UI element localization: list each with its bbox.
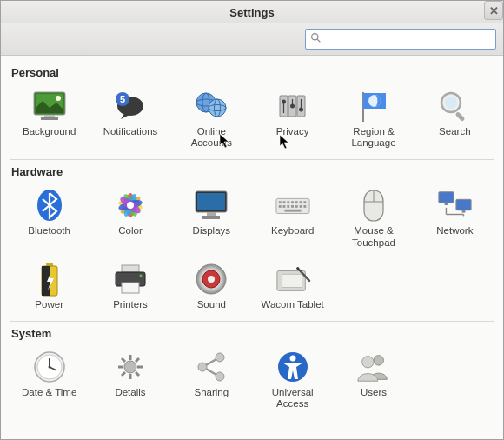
- power-icon: [31, 261, 68, 297]
- item-universal-access[interactable]: Universal Access: [253, 343, 332, 415]
- cursor-icon: [279, 134, 291, 150]
- wacom-icon: [275, 261, 311, 297]
- svg-point-4: [56, 96, 61, 101]
- svg-point-75: [139, 274, 142, 277]
- item-sound[interactable]: Sound: [172, 256, 251, 316]
- search-input[interactable]: [305, 29, 496, 50]
- users-icon: [355, 349, 392, 385]
- svg-rect-42: [207, 212, 216, 216]
- svg-rect-45: [278, 202, 281, 204]
- svg-rect-56: [295, 205, 298, 208]
- svg-rect-74: [122, 283, 139, 293]
- displays-icon: [193, 187, 229, 223]
- svg-point-98: [216, 353, 224, 362]
- item-label: Displays: [193, 225, 230, 237]
- item-label: Network: [436, 225, 473, 237]
- background-icon: [31, 88, 68, 124]
- item-label: Sound: [197, 299, 226, 310]
- svg-line-1: [317, 39, 320, 42]
- item-label: Sharing: [195, 387, 229, 398]
- item-label: Bluetooth: [28, 225, 70, 237]
- svg-rect-59: [284, 210, 301, 212]
- section-hardware: Hardware Bluetooth Color: [10, 165, 494, 322]
- svg-line-94: [136, 372, 139, 376]
- item-search[interactable]: Search: [415, 83, 494, 154]
- keyboard-icon: [275, 187, 311, 223]
- svg-rect-57: [299, 205, 302, 208]
- close-icon: ✕: [489, 4, 499, 17]
- sharing-icon: [193, 349, 229, 385]
- svg-rect-69: [46, 263, 53, 266]
- item-online-accounts[interactable]: Online Accounts: [172, 83, 251, 154]
- section-system: System Date & Time Details: [10, 327, 494, 420]
- date-time-icon: [31, 349, 68, 385]
- toolbar: [1, 23, 503, 56]
- titlebar: Settings ✕: [1, 1, 503, 23]
- close-button[interactable]: ✕: [484, 1, 503, 20]
- privacy-icon: [275, 88, 311, 124]
- item-displays[interactable]: Displays: [172, 182, 251, 253]
- item-privacy[interactable]: Privacy: [253, 83, 332, 154]
- svg-rect-41: [197, 193, 225, 210]
- svg-point-103: [289, 356, 295, 362]
- item-label: Region & Language: [339, 126, 408, 149]
- svg-rect-49: [295, 202, 298, 204]
- printers-icon: [112, 261, 149, 297]
- item-background[interactable]: Background: [10, 83, 89, 154]
- item-sharing[interactable]: Sharing: [172, 343, 251, 415]
- svg-line-93: [122, 358, 125, 362]
- svg-rect-51: [303, 202, 306, 204]
- item-wacom-tablet[interactable]: Wacom Tablet: [253, 256, 332, 316]
- details-icon: [112, 349, 149, 385]
- item-label: Notifications: [103, 126, 158, 137]
- color-icon: [112, 187, 149, 223]
- item-notifications[interactable]: 5 Notifications: [90, 83, 169, 154]
- svg-rect-72: [122, 265, 139, 272]
- svg-point-104: [374, 356, 383, 365]
- svg-line-95: [136, 358, 139, 362]
- item-network[interactable]: Network: [415, 182, 494, 253]
- search-item-icon: [436, 88, 473, 124]
- item-power[interactable]: Power: [10, 256, 89, 316]
- cursor-icon: [219, 133, 231, 149]
- settings-window: Settings ✕ Personal Background: [0, 0, 504, 440]
- svg-rect-65: [462, 210, 466, 213]
- item-users[interactable]: Users: [334, 343, 413, 415]
- svg-point-39: [127, 202, 134, 209]
- item-keyboard[interactable]: Keyboard: [253, 182, 332, 253]
- item-printers[interactable]: Printers: [90, 256, 169, 316]
- svg-point-13: [209, 99, 226, 117]
- item-mouse-touchpad[interactable]: Mouse & Touchpad: [334, 182, 413, 253]
- window-title: Settings: [229, 6, 274, 19]
- item-label: Mouse & Touchpad: [339, 225, 408, 248]
- item-label: Universal Access: [258, 387, 328, 410]
- svg-rect-47: [287, 202, 289, 204]
- region-language-icon: [355, 88, 392, 124]
- svg-rect-54: [287, 205, 289, 208]
- svg-point-29: [445, 97, 457, 109]
- svg-point-78: [208, 276, 215, 283]
- item-date-time[interactable]: Date & Time: [10, 343, 89, 415]
- svg-rect-62: [439, 192, 454, 203]
- item-color[interactable]: Color: [90, 182, 169, 253]
- svg-rect-43: [202, 216, 220, 219]
- grid-system: Date & Time Details Sharing: [10, 343, 494, 415]
- item-details[interactable]: Details: [90, 343, 169, 415]
- section-personal: Personal Background 5 Notifications: [10, 66, 494, 160]
- svg-rect-50: [299, 202, 302, 204]
- grid-hardware: Bluetooth Color Displays: [10, 182, 494, 316]
- svg-rect-53: [282, 205, 285, 208]
- network-icon: [436, 187, 473, 223]
- notifications-icon: 5: [112, 88, 149, 124]
- grid-personal: Background 5 Notifications Online Accoun…: [10, 83, 494, 154]
- svg-line-96: [122, 372, 125, 376]
- item-label: Details: [115, 387, 145, 398]
- svg-rect-55: [291, 205, 294, 208]
- svg-line-100: [206, 359, 216, 365]
- mouse-icon: [355, 187, 392, 223]
- item-label: Users: [361, 387, 387, 398]
- item-label: Printers: [113, 299, 148, 310]
- item-bluetooth[interactable]: Bluetooth: [10, 182, 89, 253]
- svg-rect-80: [282, 274, 302, 287]
- item-region-language[interactable]: Region & Language: [334, 83, 413, 154]
